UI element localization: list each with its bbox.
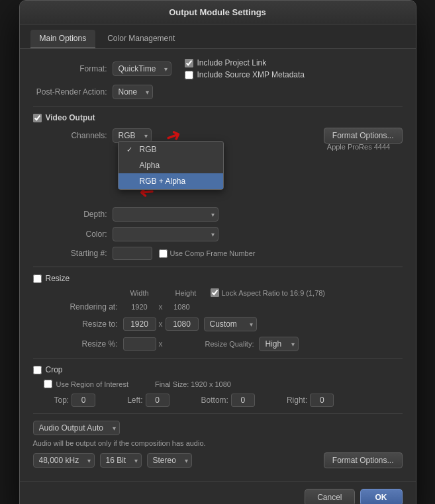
post-render-row: Post-Render Action: None: [33, 85, 403, 99]
rendering-at-height: 1080: [166, 303, 199, 311]
resize-pct-width[interactable]: [123, 337, 156, 351]
starting-hash-input[interactable]: [113, 247, 152, 260]
resize-quality-label: Resize Quality:: [205, 340, 254, 348]
cancel-button[interactable]: Cancel: [305, 489, 354, 504]
lock-aspect-checkbox[interactable]: [211, 288, 219, 297]
video-output-header: Video Output: [33, 113, 403, 122]
width-col-header: Width: [123, 289, 156, 297]
rendering-at-width: 1920: [123, 303, 156, 311]
include-project-link-row: Include Project Link: [185, 58, 305, 67]
codec-label: Apple ProRes 4444: [327, 143, 390, 151]
dialog-title: Output Module Settings: [169, 7, 266, 17]
channels-rgb-alpha-label: RGB + Alpha: [140, 177, 186, 186]
channels-area: Channels: RGB ➜ Format Options... ✓: [33, 128, 403, 144]
post-render-select[interactable]: None: [113, 85, 153, 99]
resize-pct-label: Resize %:: [44, 339, 123, 349]
color-label: Color:: [33, 230, 113, 239]
tab-main-options[interactable]: Main Options: [30, 30, 96, 48]
depth-section: Depth: Color: Starting #:: [33, 207, 403, 260]
crop-right-label: Right:: [287, 396, 307, 405]
video-output-checkbox[interactable]: [33, 114, 42, 122]
crop-left-input[interactable]: [146, 394, 169, 407]
final-size-label: Final Size: 1920 x 1080: [155, 380, 231, 388]
format-row: Format: QuickTime Include Project Link I…: [33, 58, 403, 79]
resize-preset-select[interactable]: Custom: [204, 317, 257, 331]
audio-settings-row: 48,000 kHz 16 Bit Stereo Format Options.…: [33, 452, 403, 468]
format-select-wrap: QuickTime: [113, 62, 171, 76]
dialog: Output Module Settings Main Options Colo…: [19, 0, 416, 504]
bit-depth-select[interactable]: 16 Bit: [100, 453, 142, 468]
audio-note: Audio will be output only if the composi…: [33, 439, 403, 447]
starting-hash-label: Starting #:: [33, 249, 113, 258]
crop-right-input[interactable]: [310, 394, 334, 407]
channels-alpha-label: Alpha: [140, 161, 160, 170]
tab-color-management[interactable]: Color Management: [98, 30, 184, 48]
rendering-at-row: Rendering at: 1920 x 1080: [44, 302, 403, 312]
crop-right-field: Right:: [287, 394, 334, 407]
divider-2: [33, 267, 403, 267]
audio-output-row: Audio Output Auto: [33, 421, 403, 435]
channels-option-rgb-alpha[interactable]: RGB + Alpha: [119, 173, 223, 189]
use-comp-frame-checkbox[interactable]: [159, 249, 168, 258]
crop-left-field: Left:: [127, 394, 169, 407]
title-bar: Output Module Settings: [20, 1, 416, 24]
color-select-wrap: [113, 227, 218, 241]
resize-fields: Width Height Lock Aspect Ratio to 16:9 (…: [44, 288, 403, 351]
format-label: Format:: [33, 64, 113, 73]
depth-row: Depth:: [33, 207, 403, 222]
sample-rate-select[interactable]: 48,000 kHz: [33, 453, 95, 468]
tab-bar: Main Options Color Management: [20, 24, 416, 49]
resize-to-x-sep: x: [159, 319, 163, 329]
resize-to-height[interactable]: [166, 317, 199, 331]
resize-preset-wrap: Custom: [204, 317, 257, 331]
crop-checkbox[interactable]: [33, 366, 42, 374]
color-select[interactable]: [113, 227, 218, 241]
crop-top-input[interactable]: [72, 394, 95, 407]
resize-to-width[interactable]: [123, 317, 156, 331]
include-project-link-label: Include Project Link: [197, 58, 267, 67]
rendering-x-sep: x: [159, 302, 163, 312]
lock-aspect-label: Lock Aspect Ratio to 16:9 (1,78): [222, 289, 326, 297]
resize-checkbox[interactable]: [33, 274, 42, 283]
crop-top-field: Top:: [54, 394, 96, 407]
audio-output-select[interactable]: Audio Output Auto: [33, 421, 120, 435]
resize-headers-row: Width Height Lock Aspect Ratio to 16:9 (…: [44, 288, 403, 297]
crop-left-label: Left:: [127, 396, 142, 405]
checkmark-icon: ✓: [126, 146, 136, 154]
resize-quality-select[interactable]: High: [259, 337, 299, 351]
resize-section: Resize Width Height Lock Aspect Ratio to…: [33, 274, 403, 351]
resize-label: Resize: [46, 274, 70, 283]
crop-bottom-input[interactable]: [231, 394, 255, 407]
format-options-button-bottom[interactable]: Format Options...: [324, 452, 403, 468]
ok-button[interactable]: OK: [360, 489, 403, 504]
crop-section: Crop Use Region of Interest Final Size: …: [33, 365, 403, 407]
depth-select[interactable]: [113, 207, 218, 222]
resize-to-label: Resize to:: [44, 319, 123, 329]
channels-option-rgb[interactable]: ✓ RGB: [119, 142, 223, 157]
divider-4: [33, 413, 403, 414]
resize-pct-x-sep: x: [159, 339, 163, 349]
channels-option-alpha[interactable]: Alpha: [119, 157, 223, 173]
channels-rgb-label: RGB: [140, 145, 157, 154]
post-render-select-wrap: None: [113, 85, 153, 99]
audio-channels-select[interactable]: Stereo: [147, 453, 192, 468]
crop-bottom-label: Bottom:: [201, 396, 228, 405]
include-xmp-row: Include Source XMP Metadata: [185, 70, 305, 79]
sample-rate-wrap: 48,000 kHz: [33, 453, 95, 468]
starting-hash-row: Starting #: Use Comp Frame Number: [33, 247, 403, 260]
use-comp-frame-label: Use Comp Frame Number: [170, 249, 256, 257]
depth-select-wrap: [113, 207, 218, 222]
crop-fields: Use Region of Interest Final Size: 1920 …: [44, 380, 403, 407]
color-row: Color:: [33, 227, 403, 241]
depth-label: Depth:: [33, 210, 113, 219]
resize-header-row: Resize: [33, 274, 403, 283]
format-select[interactable]: QuickTime: [113, 62, 171, 76]
use-roi-checkbox[interactable]: [44, 380, 52, 388]
include-project-link-checkbox[interactable]: [185, 59, 193, 67]
divider-1: [33, 106, 403, 106]
audio-output-wrap: Audio Output Auto: [33, 421, 120, 435]
include-xmp-checkbox[interactable]: [185, 71, 193, 79]
resize-pct-row: Resize %: x Resize Quality: High: [44, 337, 403, 351]
use-roi-label: Use Region of Interest: [56, 380, 128, 388]
include-xmp-label: Include Source XMP Metadata: [197, 70, 305, 79]
